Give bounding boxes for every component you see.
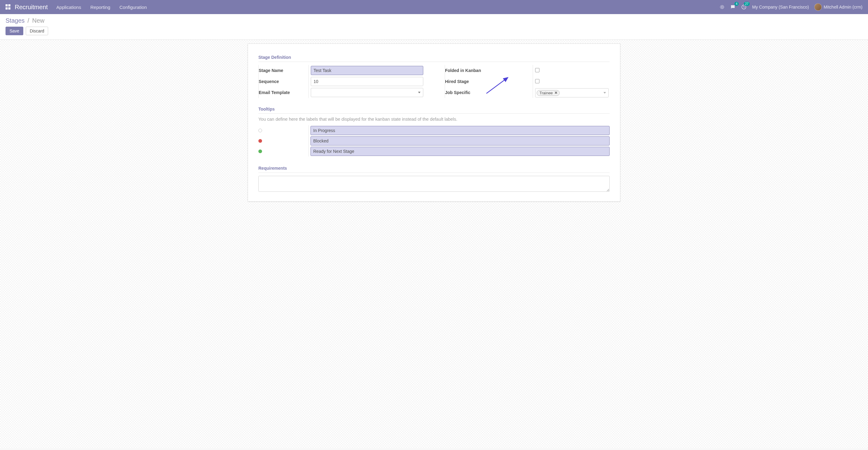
save-button[interactable]: Save bbox=[5, 27, 23, 35]
kanban-dot-normal-icon bbox=[258, 129, 262, 132]
input-sequence[interactable] bbox=[311, 77, 423, 86]
select-email-template[interactable] bbox=[311, 88, 423, 97]
debug-icon[interactable] bbox=[720, 5, 724, 9]
user-name: Mitchell Admin (crm) bbox=[824, 5, 863, 9]
apps-icon[interactable] bbox=[5, 4, 11, 10]
section-tooltips-title: Tooltips bbox=[258, 106, 610, 111]
input-tooltip-done[interactable] bbox=[310, 147, 610, 156]
select-job-specific[interactable]: Trainee ✕ bbox=[535, 88, 609, 97]
section-stage-definition-title: Stage Definition bbox=[258, 55, 610, 60]
label-stage-name: Stage Name bbox=[259, 66, 311, 75]
kanban-dot-done-icon bbox=[258, 150, 262, 153]
tooltips-help: You can define here the labels that will… bbox=[258, 117, 610, 122]
input-stage-name[interactable] bbox=[311, 66, 423, 75]
discard-button[interactable]: Discard bbox=[26, 27, 48, 35]
tag-job: Trainee ✕ bbox=[537, 90, 560, 96]
nav-configuration[interactable]: Configuration bbox=[120, 5, 147, 10]
input-tooltip-blocked[interactable] bbox=[310, 136, 610, 146]
app-brand[interactable]: Recruitment bbox=[15, 4, 48, 11]
checkbox-folded[interactable] bbox=[535, 68, 539, 72]
input-tooltip-normal[interactable] bbox=[310, 126, 610, 135]
label-job-specific: Job Specific bbox=[445, 88, 535, 97]
messages-badge: 4 bbox=[734, 2, 739, 6]
control-panel: Stages / New Save Discard bbox=[0, 14, 868, 40]
label-email-template: Email Template bbox=[259, 88, 311, 97]
textarea-requirements[interactable] bbox=[258, 176, 610, 192]
nav-reporting[interactable]: Reporting bbox=[90, 5, 110, 10]
tag-job-label: Trainee bbox=[539, 91, 553, 95]
divider bbox=[258, 62, 610, 62]
label-sequence: Sequence bbox=[259, 77, 311, 86]
breadcrumb-parent[interactable]: Stages bbox=[5, 17, 25, 24]
label-hired: Hired Stage bbox=[445, 77, 535, 86]
company-switcher[interactable]: My Company (San Francisco) bbox=[752, 5, 809, 9]
form-sheet: Stage Definition Stage Name Sequence Ema… bbox=[248, 43, 620, 201]
avatar bbox=[814, 3, 822, 11]
top-bar: Recruitment Applications Reporting Confi… bbox=[0, 0, 868, 14]
activities-icon[interactable]: 27 bbox=[741, 4, 747, 10]
checkbox-hired[interactable] bbox=[535, 79, 539, 83]
nav-applications[interactable]: Applications bbox=[56, 5, 81, 10]
chevron-down-icon bbox=[418, 92, 421, 93]
chevron-down-icon bbox=[603, 92, 606, 94]
breadcrumb: Stages / New bbox=[5, 17, 863, 24]
breadcrumb-separator: / bbox=[28, 17, 29, 24]
svg-point-0 bbox=[721, 6, 723, 8]
section-requirements-title: Requirements bbox=[258, 166, 610, 171]
page-body: Stage Definition Stage Name Sequence Ema… bbox=[0, 40, 868, 448]
tag-remove-icon[interactable]: ✕ bbox=[554, 91, 558, 95]
activities-badge: 27 bbox=[744, 2, 750, 6]
kanban-dot-blocked-icon bbox=[258, 139, 262, 143]
user-menu[interactable]: Mitchell Admin (crm) bbox=[814, 3, 863, 11]
divider bbox=[258, 172, 610, 173]
top-nav: Applications Reporting Configuration bbox=[56, 5, 147, 10]
breadcrumb-current: New bbox=[32, 17, 44, 24]
label-folded: Folded in Kanban bbox=[445, 66, 535, 75]
messages-icon[interactable]: 4 bbox=[730, 4, 736, 10]
